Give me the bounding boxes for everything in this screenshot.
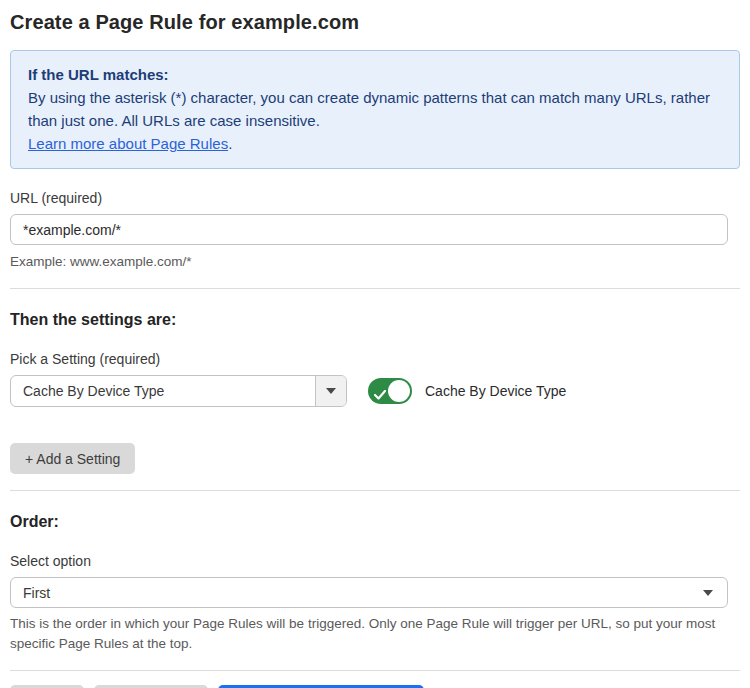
order-helper-text: This is the order in which your Page Rul… bbox=[10, 614, 734, 654]
url-example-helper: Example: www.example.com/* bbox=[10, 252, 740, 272]
link-period: . bbox=[228, 135, 232, 152]
toggle-knob bbox=[388, 380, 410, 402]
settings-section-heading: Then the settings are: bbox=[10, 311, 740, 329]
setting-select[interactable]: Cache By Device Type bbox=[10, 375, 347, 407]
divider bbox=[10, 670, 740, 671]
setting-row: Cache By Device Type Cache By Device Typ… bbox=[10, 375, 740, 407]
learn-more-link[interactable]: Learn more about Page Rules bbox=[28, 135, 228, 152]
select-option-label: Select option bbox=[10, 553, 740, 569]
pick-setting-label: Pick a Setting (required) bbox=[10, 351, 740, 367]
order-select-value: First bbox=[23, 585, 50, 601]
order-select[interactable]: First bbox=[10, 577, 728, 608]
setting-select-arrow-button[interactable] bbox=[315, 376, 346, 406]
info-box-link-line: Learn more about Page Rules. bbox=[28, 132, 722, 155]
order-section-heading: Order: bbox=[10, 513, 740, 531]
info-box-heading: If the URL matches: bbox=[28, 63, 722, 86]
setting-select-value: Cache By Device Type bbox=[11, 376, 315, 406]
url-match-info-box: If the URL matches: By using the asteris… bbox=[10, 50, 740, 169]
chevron-down-icon bbox=[326, 388, 336, 394]
info-box-body: By using the asterisk (*) character, you… bbox=[28, 86, 722, 132]
divider bbox=[10, 490, 740, 491]
add-setting-button[interactable]: + Add a Setting bbox=[10, 443, 135, 474]
divider bbox=[10, 288, 740, 289]
chevron-down-icon bbox=[703, 590, 713, 596]
cache-by-device-type-toggle[interactable] bbox=[368, 378, 412, 404]
create-page-rule-page: Create a Page Rule for example.com If th… bbox=[0, 0, 750, 688]
page-title: Create a Page Rule for example.com bbox=[10, 11, 740, 34]
toggle-label: Cache By Device Type bbox=[425, 383, 566, 399]
url-input[interactable] bbox=[10, 214, 728, 245]
check-icon bbox=[374, 386, 386, 404]
url-label: URL (required) bbox=[10, 190, 740, 206]
